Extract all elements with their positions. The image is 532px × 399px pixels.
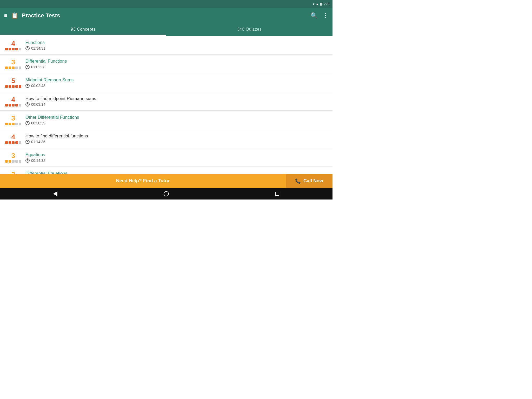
item-duration: 01:14:35: [25, 140, 328, 144]
phone-icon: 📞: [295, 178, 301, 184]
item-title: Other Differential Functions: [25, 115, 328, 120]
duration-text: 00:30:39: [31, 121, 45, 125]
home-button[interactable]: [164, 191, 169, 196]
item-score: 3: [4, 171, 22, 174]
item-score: 5: [4, 77, 22, 88]
back-button[interactable]: [53, 191, 57, 196]
list-item[interactable]: 3 Other Differential Functions 00:30:39: [0, 111, 332, 129]
item-title: Differential Functions: [25, 59, 328, 64]
app-bar-right: 🔍 ⋮: [310, 12, 328, 19]
tab-quizzes[interactable]: 340 Quizzes: [166, 23, 332, 36]
item-title: Midpoint Riemann Sums: [25, 77, 328, 83]
clock-icon: [25, 140, 30, 144]
app-bar: ≡ 📋 Practice Tests 🔍 ⋮: [0, 8, 332, 23]
duration-text: 01:34:31: [31, 46, 45, 50]
score-number: 5: [11, 77, 15, 84]
list-item[interactable]: 4 How to find midpoint Riemann sums 00:0…: [0, 92, 332, 111]
list-item[interactable]: 3 Differential Equations 00:05:00: [0, 167, 332, 174]
clock-icon: [25, 65, 30, 69]
item-duration: 01:02:28: [25, 65, 328, 69]
app-title: Practice Tests: [22, 12, 60, 19]
score-number: 3: [11, 152, 15, 159]
clock-icon: [25, 121, 30, 125]
score-number: 4: [11, 134, 15, 140]
tutor-banner-text[interactable]: Need Help? Find a Tutor: [0, 174, 286, 188]
tab-concepts[interactable]: 93 Concepts: [0, 23, 166, 36]
duration-text: 01:02:28: [31, 65, 45, 69]
item-info: Equations 00:14:32: [22, 152, 328, 163]
content-list: 4 Functions 01:34:31 3 Differential Func…: [0, 36, 332, 174]
duration-text: 00:02:48: [31, 84, 45, 88]
clock-icon: [25, 158, 30, 163]
list-item[interactable]: 4 How to find differential functions 01:…: [0, 129, 332, 148]
item-duration: 00:14:32: [25, 158, 328, 163]
score-number: 3: [11, 115, 15, 122]
item-title: Differential Equations: [25, 171, 328, 174]
app-doc-icon: 📋: [11, 12, 18, 19]
list-item[interactable]: 5 Midpoint Riemann Sums 00:02:48: [0, 73, 332, 92]
tab-bar: 93 Concepts 340 Quizzes: [0, 23, 332, 36]
list-item[interactable]: 3 Equations 00:14:32: [0, 148, 332, 167]
item-info: Other Differential Functions 00:30:39: [22, 115, 328, 125]
more-button[interactable]: ⋮: [323, 12, 328, 19]
score-number: 4: [11, 40, 15, 47]
clock-icon: [25, 102, 30, 107]
clock-icon: [25, 46, 30, 50]
bottom-banner: Need Help? Find a Tutor 📞 Call Now: [0, 174, 332, 188]
app-bar-left: ≡ 📋 Practice Tests: [4, 12, 60, 19]
score-number: 4: [11, 96, 15, 103]
item-info: Midpoint Riemann Sums 00:02:48: [22, 77, 328, 88]
item-info: Differential Functions 01:02:28: [22, 59, 328, 69]
item-info: Functions 01:34:31: [22, 40, 328, 50]
duration-text: 00:03:14: [31, 102, 45, 107]
duration-text: 00:14:32: [31, 158, 45, 163]
item-title: Functions: [25, 40, 328, 45]
list-item[interactable]: 3 Differential Functions 01:02:28: [0, 55, 332, 73]
item-info: Differential Equations 00:05:00: [22, 171, 328, 174]
menu-button[interactable]: ≡: [4, 12, 8, 19]
duration-text: 01:14:35: [31, 140, 45, 144]
battery-icon: ▮: [320, 2, 322, 6]
call-now-label: Call Now: [303, 178, 323, 184]
item-score: 4: [4, 134, 22, 144]
item-score: 3: [4, 152, 22, 163]
item-info: How to find differential functions 01:14…: [22, 134, 328, 144]
status-bar: ▾ ▲ ▮ 5:25: [0, 0, 332, 8]
score-number: 3: [11, 171, 15, 174]
item-title: Equations: [25, 152, 328, 157]
status-icons: ▾ ▲ ▮ 5:25: [313, 2, 329, 6]
item-duration: 00:02:48: [25, 84, 328, 88]
item-duration: 00:03:14: [25, 102, 328, 107]
item-score: 3: [4, 59, 22, 69]
recents-button[interactable]: [275, 192, 279, 196]
search-button[interactable]: 🔍: [310, 12, 317, 19]
item-info: How to find midpoint Riemann sums 00:03:…: [22, 96, 328, 107]
wifi-icon: ▾: [313, 2, 315, 6]
item-duration: 01:34:31: [25, 46, 328, 50]
item-title: How to find differential functions: [25, 134, 328, 139]
item-score: 4: [4, 40, 22, 50]
score-number: 3: [11, 59, 15, 65]
time: 5:25: [323, 2, 329, 6]
nav-bar: [0, 188, 332, 200]
call-now-button[interactable]: 📞 Call Now: [286, 174, 332, 188]
signal-icon: ▲: [316, 2, 319, 6]
item-score: 4: [4, 96, 22, 107]
list-item[interactable]: 4 Functions 01:34:31: [0, 36, 332, 55]
clock-icon: [25, 84, 30, 88]
item-duration: 00:30:39: [25, 121, 328, 125]
item-title: How to find midpoint Riemann sums: [25, 96, 328, 101]
item-score: 3: [4, 115, 22, 125]
